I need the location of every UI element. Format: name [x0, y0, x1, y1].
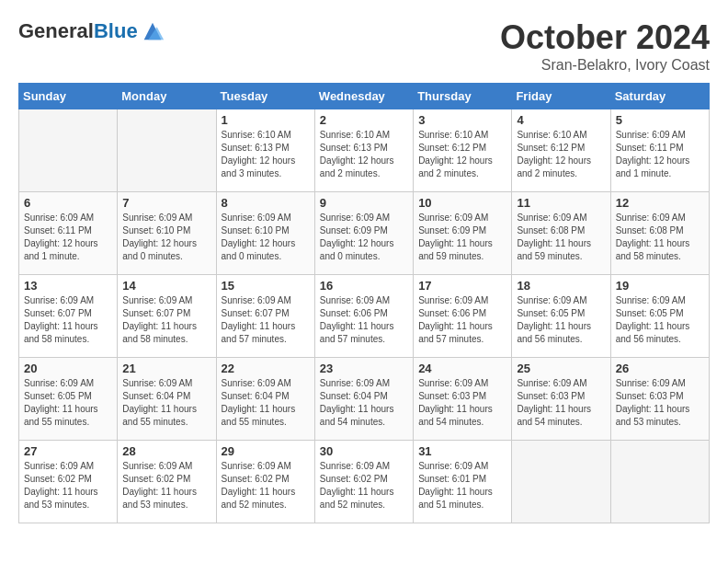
day-info: Sunrise: 6:09 AM Sunset: 6:03 PM Dayligh… [418, 377, 506, 429]
calendar-cell: 12Sunrise: 6:09 AM Sunset: 6:08 PM Dayli… [610, 192, 709, 275]
day-info: Sunrise: 6:10 AM Sunset: 6:12 PM Dayligh… [418, 129, 506, 180]
logo-general: General [18, 19, 94, 42]
day-info: Sunrise: 6:09 AM Sunset: 6:11 PM Dayligh… [24, 212, 112, 263]
day-info: Sunrise: 6:09 AM Sunset: 6:10 PM Dayligh… [122, 212, 210, 263]
day-number: 12 [616, 196, 704, 210]
day-info: Sunrise: 6:09 AM Sunset: 6:04 PM Dayligh… [122, 377, 210, 429]
day-info: Sunrise: 6:09 AM Sunset: 6:05 PM Dayligh… [24, 377, 112, 429]
day-info: Sunrise: 6:09 AM Sunset: 6:04 PM Dayligh… [320, 377, 408, 429]
header-saturday: Saturday [610, 84, 709, 109]
calendar-cell: 21Sunrise: 6:09 AM Sunset: 6:04 PM Dayli… [118, 358, 216, 441]
day-info: Sunrise: 6:09 AM Sunset: 6:06 PM Dayligh… [320, 294, 408, 346]
day-info: Sunrise: 6:10 AM Sunset: 6:13 PM Dayligh… [320, 129, 408, 180]
day-number: 25 [517, 362, 605, 375]
calendar-cell: 2Sunrise: 6:10 AM Sunset: 6:13 PM Daylig… [314, 109, 413, 192]
day-info: Sunrise: 6:09 AM Sunset: 6:05 PM Dayligh… [517, 294, 605, 346]
day-info: Sunrise: 6:09 AM Sunset: 6:01 PM Dayligh… [418, 460, 506, 511]
calendar-cell: 20Sunrise: 6:09 AM Sunset: 6:05 PM Dayli… [19, 358, 118, 441]
day-info: Sunrise: 6:09 AM Sunset: 6:02 PM Dayligh… [24, 460, 112, 511]
day-info: Sunrise: 6:09 AM Sunset: 6:08 PM Dayligh… [517, 212, 605, 263]
header-tuesday: Tuesday [216, 84, 314, 109]
logo-blue: Blue [94, 19, 138, 42]
day-info: Sunrise: 6:09 AM Sunset: 6:02 PM Dayligh… [122, 460, 210, 511]
logo: GeneralBlue [18, 18, 165, 44]
day-number: 23 [320, 362, 408, 375]
day-info: Sunrise: 6:10 AM Sunset: 6:12 PM Dayligh… [517, 129, 605, 180]
week-row-5: 27Sunrise: 6:09 AM Sunset: 6:02 PM Dayli… [19, 441, 710, 523]
day-number: 21 [122, 362, 210, 375]
calendar-cell: 8Sunrise: 6:09 AM Sunset: 6:10 PM Daylig… [216, 192, 314, 275]
day-number: 2 [320, 113, 408, 127]
calendar-cell: 15Sunrise: 6:09 AM Sunset: 6:07 PM Dayli… [216, 275, 314, 358]
calendar-cell: 14Sunrise: 6:09 AM Sunset: 6:07 PM Dayli… [118, 275, 216, 358]
day-number: 6 [24, 196, 112, 210]
day-number: 30 [320, 444, 408, 458]
day-info: Sunrise: 6:09 AM Sunset: 6:04 PM Dayligh… [222, 377, 310, 429]
day-number: 17 [418, 279, 506, 293]
calendar-cell: 17Sunrise: 6:09 AM Sunset: 6:06 PM Dayli… [414, 275, 512, 358]
day-number: 31 [418, 444, 506, 458]
day-info: Sunrise: 6:09 AM Sunset: 6:03 PM Dayligh… [517, 377, 605, 429]
calendar-cell [118, 109, 216, 192]
day-info: Sunrise: 6:09 AM Sunset: 6:07 PM Dayligh… [24, 294, 112, 346]
day-info: Sunrise: 6:09 AM Sunset: 6:03 PM Dayligh… [616, 377, 704, 429]
day-number: 14 [122, 279, 210, 293]
page-header: GeneralBlue October 2024 Sran-Belakro, I… [18, 18, 710, 74]
day-number: 5 [616, 113, 704, 127]
header-monday: Monday [118, 84, 216, 109]
calendar-cell: 31Sunrise: 6:09 AM Sunset: 6:01 PM Dayli… [414, 441, 512, 523]
calendar-cell: 29Sunrise: 6:09 AM Sunset: 6:02 PM Dayli… [216, 441, 314, 523]
day-number: 26 [616, 362, 704, 375]
calendar-cell: 11Sunrise: 6:09 AM Sunset: 6:08 PM Dayli… [512, 192, 610, 275]
calendar-cell: 16Sunrise: 6:09 AM Sunset: 6:06 PM Dayli… [314, 275, 413, 358]
day-number: 10 [418, 196, 506, 210]
calendar-cell: 25Sunrise: 6:09 AM Sunset: 6:03 PM Dayli… [512, 358, 610, 441]
day-info: Sunrise: 6:09 AM Sunset: 6:07 PM Dayligh… [222, 294, 310, 346]
calendar-cell: 26Sunrise: 6:09 AM Sunset: 6:03 PM Dayli… [610, 358, 709, 441]
day-number: 29 [222, 444, 310, 458]
header-thursday: Thursday [414, 84, 512, 109]
day-info: Sunrise: 6:10 AM Sunset: 6:13 PM Dayligh… [222, 129, 310, 180]
calendar-cell: 30Sunrise: 6:09 AM Sunset: 6:02 PM Dayli… [314, 441, 413, 523]
day-info: Sunrise: 6:09 AM Sunset: 6:07 PM Dayligh… [122, 294, 210, 346]
calendar-cell: 22Sunrise: 6:09 AM Sunset: 6:04 PM Dayli… [216, 358, 314, 441]
day-number: 16 [320, 279, 408, 293]
day-info: Sunrise: 6:09 AM Sunset: 6:02 PM Dayligh… [320, 460, 408, 511]
calendar-cell: 6Sunrise: 6:09 AM Sunset: 6:11 PM Daylig… [19, 192, 118, 275]
week-row-1: 1Sunrise: 6:10 AM Sunset: 6:13 PM Daylig… [19, 109, 710, 192]
day-info: Sunrise: 6:09 AM Sunset: 6:09 PM Dayligh… [418, 212, 506, 263]
month-title: October 2024 [500, 18, 710, 57]
calendar-cell: 27Sunrise: 6:09 AM Sunset: 6:02 PM Dayli… [19, 441, 118, 523]
header-sunday: Sunday [19, 84, 118, 109]
calendar-cell: 23Sunrise: 6:09 AM Sunset: 6:04 PM Dayli… [314, 358, 413, 441]
week-row-2: 6Sunrise: 6:09 AM Sunset: 6:11 PM Daylig… [19, 192, 710, 275]
calendar-cell: 19Sunrise: 6:09 AM Sunset: 6:05 PM Dayli… [610, 275, 709, 358]
calendar-cell: 28Sunrise: 6:09 AM Sunset: 6:02 PM Dayli… [118, 441, 216, 523]
day-number: 18 [517, 279, 605, 293]
calendar-cell: 13Sunrise: 6:09 AM Sunset: 6:07 PM Dayli… [19, 275, 118, 358]
day-info: Sunrise: 6:09 AM Sunset: 6:06 PM Dayligh… [418, 294, 506, 346]
day-number: 7 [122, 196, 210, 210]
day-number: 24 [418, 362, 506, 375]
header-wednesday: Wednesday [314, 84, 413, 109]
day-number: 27 [24, 444, 112, 458]
day-info: Sunrise: 6:09 AM Sunset: 6:02 PM Dayligh… [222, 460, 310, 511]
day-number: 22 [222, 362, 310, 375]
day-number: 11 [517, 196, 605, 210]
location-subtitle: Sran-Belakro, Ivory Coast [500, 57, 710, 74]
calendar-cell [19, 109, 118, 192]
calendar-cell: 4Sunrise: 6:10 AM Sunset: 6:12 PM Daylig… [512, 109, 610, 192]
day-info: Sunrise: 6:09 AM Sunset: 6:09 PM Dayligh… [320, 212, 408, 263]
day-number: 4 [517, 113, 605, 127]
day-number: 28 [122, 444, 210, 458]
calendar-cell [610, 441, 709, 523]
day-info: Sunrise: 6:09 AM Sunset: 6:05 PM Dayligh… [616, 294, 704, 346]
day-info: Sunrise: 6:09 AM Sunset: 6:11 PM Dayligh… [616, 129, 704, 180]
day-number: 13 [24, 279, 112, 293]
calendar-cell [512, 441, 610, 523]
day-number: 19 [616, 279, 704, 293]
calendar-cell: 3Sunrise: 6:10 AM Sunset: 6:12 PM Daylig… [414, 109, 512, 192]
logo-icon [140, 18, 165, 44]
calendar-cell: 9Sunrise: 6:09 AM Sunset: 6:09 PM Daylig… [314, 192, 413, 275]
calendar-cell: 1Sunrise: 6:10 AM Sunset: 6:13 PM Daylig… [216, 109, 314, 192]
